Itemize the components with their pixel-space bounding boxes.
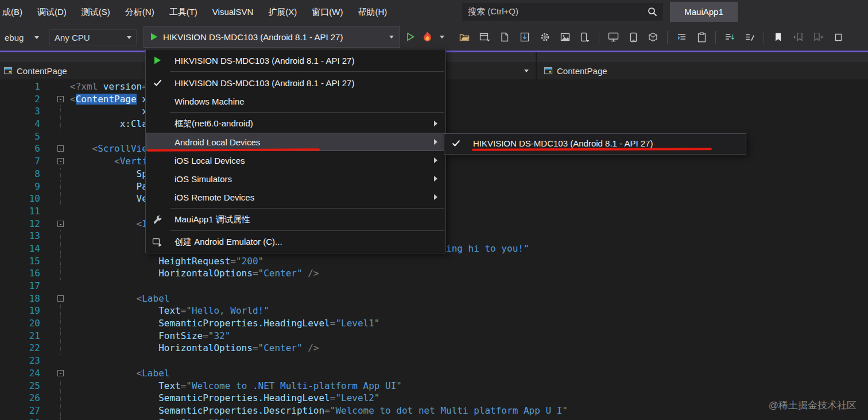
line-number: 11 — [0, 205, 40, 218]
import-icon[interactable] — [516, 29, 534, 46]
run-menu-item-label: 创建 Android Emulator (C)... — [169, 237, 282, 248]
build-gear-icon[interactable] — [536, 29, 554, 46]
hot-reload-icon[interactable] — [423, 31, 432, 42]
right-breadcrumb[interactable]: ContentPage — [557, 66, 607, 76]
image-icon[interactable] — [556, 29, 574, 46]
document-icon[interactable] — [495, 29, 514, 46]
menu-item[interactable]: 窗口(W) — [304, 0, 350, 24]
pane-divider — [536, 52, 537, 79]
code-line: 25 Text="Welcome to .NET Multi-platform … — [0, 380, 868, 392]
run-dropdown-caret[interactable] — [389, 36, 394, 38]
fold-guide — [60, 255, 61, 268]
fold-margin: - — [40, 367, 70, 380]
run-menu-item[interactable]: iOS Simulators — [146, 169, 445, 188]
bookmark-icon[interactable] — [769, 29, 787, 46]
left-breadcrumb-caret[interactable] — [524, 70, 529, 72]
menu-separator — [170, 230, 444, 231]
code-line: 23 — [0, 355, 868, 367]
partial-icon[interactable] — [829, 29, 847, 46]
run-menu-item-label: Windows Machine — [169, 97, 245, 106]
line-number: 17 — [0, 280, 40, 292]
chevron-down-icon — [127, 36, 131, 39]
platform-dropdown-label: Any CPU — [55, 33, 90, 43]
run-menu-item-label: HIKVISION DS-MDC103 (Android 8.1 - API 2… — [169, 56, 354, 65]
menu-icon-gutter — [146, 79, 169, 87]
line-number: 28 — [0, 417, 40, 420]
left-breadcrumb[interactable]: ContentPage — [17, 66, 67, 76]
menu-item[interactable]: 工具(T) — [162, 0, 205, 24]
run-button[interactable]: HIKVISION DS-MDC103 (Android 8.1 - API 2… — [144, 26, 400, 48]
phone-icon[interactable] — [624, 29, 642, 46]
search-box[interactable]: 搜索 (Ctrl+Q) — [462, 3, 663, 21]
clipboard-icon[interactable] — [692, 29, 711, 46]
line-number: 9 — [0, 180, 40, 193]
code-line: 19 Text="Hello, World!" — [0, 305, 868, 317]
fold-toggle[interactable]: - — [57, 295, 64, 302]
menu-item[interactable]: 分析(N) — [118, 0, 162, 24]
run-menu-item[interactable]: 创建 Android Emulator (C)... — [146, 233, 445, 251]
line-number: 8 — [0, 168, 40, 180]
menu-separator — [170, 208, 444, 209]
search-icon[interactable] — [648, 7, 657, 17]
toolbar-separator — [715, 31, 716, 44]
line-number: 12 — [0, 218, 40, 230]
fold-margin — [40, 242, 70, 255]
search-placeholder: 搜索 (Ctrl+Q) — [468, 6, 518, 17]
menu-item[interactable]: 调试(D) — [30, 0, 74, 24]
fold-toggle[interactable]: - — [57, 221, 64, 227]
format-indent-icon[interactable] — [672, 29, 691, 46]
fold-guide — [60, 342, 61, 355]
monitor-icon[interactable] — [604, 29, 622, 46]
run-menu-item-label: iOS Remote Devices — [169, 192, 254, 202]
device-preview-icon[interactable] — [576, 29, 594, 46]
run-menu-item[interactable]: iOS Remote Devices — [146, 188, 445, 206]
toolbar-separator — [764, 31, 764, 44]
submenu-item-hikvision[interactable]: HIKVISION DS-MDC103 (Android 8.1 - API 2… — [444, 134, 746, 152]
run-menu-item[interactable]: MauiApp1 调试属性 — [146, 210, 445, 229]
run-menu-item-label: Android Local Devices — [169, 137, 260, 147]
menu-item[interactable]: 帮助(H) — [350, 0, 394, 24]
project-badge[interactable]: MauiApp1 — [670, 2, 738, 22]
run-menu-item-label: MauiApp1 调试属性 — [169, 214, 250, 225]
config-dropdown[interactable]: ebug — [0, 29, 44, 45]
run-menu-item[interactable]: iOS Local Devices — [146, 151, 445, 169]
package-icon[interactable] — [644, 29, 662, 46]
start-without-debugging-icon[interactable] — [405, 32, 416, 42]
fold-guide — [60, 105, 61, 118]
fold-toggle[interactable]: - — [57, 158, 64, 164]
menu-item[interactable]: 测试(S) — [74, 0, 118, 24]
fold-toggle[interactable]: - — [57, 96, 64, 102]
sort-lines-icon[interactable] — [720, 29, 739, 46]
code-text: Text="Welcome to .NET Multi-platform App… — [70, 380, 402, 392]
fold-margin — [40, 417, 70, 420]
run-menu-item[interactable]: Windows Machine — [146, 92, 445, 110]
line-number: 5 — [0, 130, 40, 143]
menu-item[interactable]: 成(B) — [0, 0, 30, 24]
platform-dropdown[interactable]: Any CPU — [49, 29, 137, 45]
open-folder-icon[interactable] — [455, 29, 474, 46]
fold-margin — [40, 280, 70, 292]
run-menu-item[interactable]: Android Local Devices — [146, 133, 445, 151]
prev-bookmark-icon[interactable] — [789, 29, 807, 46]
menu-separator — [170, 112, 444, 113]
run-menu-item[interactable]: HIKVISION DS-MDC103 (Android 8.1 - API 2… — [146, 74, 445, 92]
run-menu-item-label: iOS Simulators — [169, 174, 232, 184]
run-menu-item[interactable]: 框架(net6.0-android) — [146, 114, 445, 133]
line-number: 13 — [0, 230, 40, 242]
fold-guide — [60, 267, 61, 280]
hot-reload-caret[interactable] — [440, 36, 444, 38]
window-dropdown-icon[interactable] — [475, 29, 494, 46]
fold-toggle[interactable]: - — [57, 145, 64, 152]
next-bookmark-icon[interactable] — [809, 29, 827, 46]
fold-margin — [40, 105, 70, 118]
menu-item[interactable]: 扩展(X) — [261, 0, 304, 24]
menu-icon-gutter — [146, 237, 169, 247]
line-number: 2 — [0, 93, 40, 106]
edit-lines-icon[interactable] — [741, 29, 759, 46]
fold-guide — [60, 230, 61, 242]
chevron-down-icon — [34, 36, 39, 39]
fold-toggle[interactable]: - — [57, 370, 64, 376]
fold-margin — [40, 255, 70, 268]
run-menu-item[interactable]: HIKVISION DS-MDC103 (Android 8.1 - API 2… — [146, 51, 445, 70]
menu-item[interactable]: VisualSVN — [205, 0, 261, 24]
